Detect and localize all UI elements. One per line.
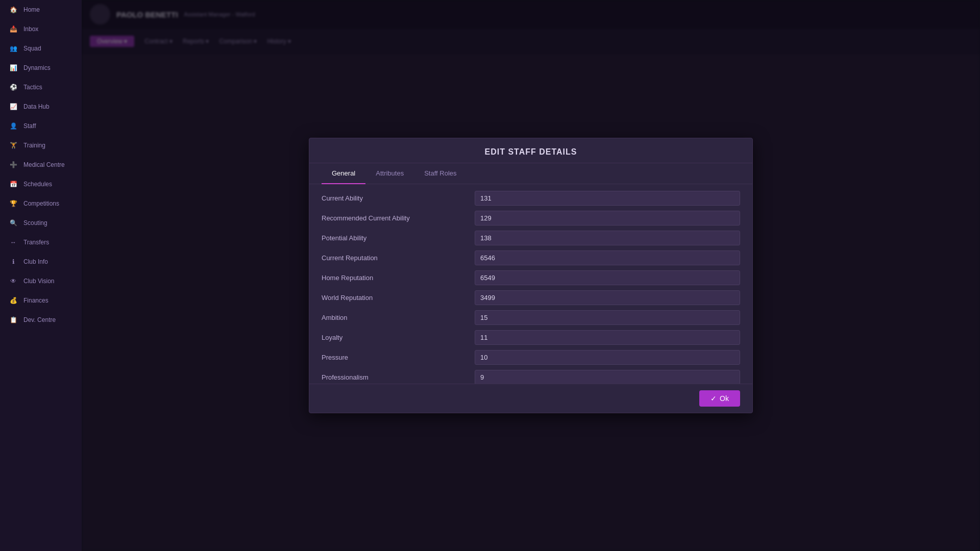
sidebar-item-clubinfo[interactable]: ℹ Club Info: [0, 252, 82, 271]
datahub-icon: 📈: [8, 102, 18, 112]
form-row-current-reputation: Current Reputation: [322, 248, 740, 268]
form-row-world-reputation: World Reputation: [322, 288, 740, 308]
label-home-reputation: Home Reputation: [322, 274, 475, 282]
sidebar-item-transfers[interactable]: ↔ Transfers: [0, 233, 82, 252]
sidebar-label-inbox: Inbox: [23, 26, 38, 33]
sidebar-label-scouting: Scouting: [23, 219, 47, 227]
sidebar-label-medical: Medical Centre: [23, 161, 65, 168]
competitions-icon: 🏆: [8, 198, 18, 209]
input-world-reputation[interactable]: [475, 290, 740, 305]
sidebar-label-devcentre: Dev. Centre: [23, 316, 56, 323]
sidebar-label-squad: Squad: [23, 45, 41, 52]
finances-icon: 💰: [8, 295, 18, 306]
clubvision-icon: 👁: [8, 276, 18, 286]
sidebar-label-datahub: Data Hub: [23, 103, 50, 110]
form-row-home-reputation: Home Reputation: [322, 268, 740, 288]
sidebar-item-scouting[interactable]: 🔍 Scouting: [0, 213, 82, 233]
modal-header: EDIT STAFF DETAILS: [309, 138, 752, 163]
sidebar-item-schedules[interactable]: 📅 Schedules: [0, 174, 82, 194]
sidebar: 🏠 Home 📥 Inbox 👥 Squad 📊 Dynamics ⚽ Tact…: [0, 0, 82, 551]
home-icon: 🏠: [8, 5, 18, 15]
input-recommended-ability[interactable]: [475, 211, 740, 226]
input-potential-ability[interactable]: [475, 231, 740, 245]
tab-staff-roles[interactable]: Staff Roles: [414, 163, 467, 184]
tactics-icon: ⚽: [8, 82, 18, 92]
form-row-pressure: Pressure: [322, 347, 740, 367]
form-row-current-ability: Current Ability: [322, 188, 740, 208]
form-row-potential-ability: Potential Ability: [322, 228, 740, 248]
sidebar-label-clubinfo: Club Info: [23, 258, 48, 265]
transfers-icon: ↔: [8, 237, 18, 247]
modal-tabs: General Attributes Staff Roles: [309, 163, 752, 184]
inbox-icon: 📥: [8, 24, 18, 34]
training-icon: 🏋: [8, 140, 18, 151]
sidebar-item-inbox[interactable]: 📥 Inbox: [0, 19, 82, 39]
devcentre-icon: 📋: [8, 315, 18, 325]
form-row-recommended-ability: Recommended Current Ability: [322, 208, 740, 228]
sidebar-label-schedules: Schedules: [23, 181, 52, 188]
input-loyalty[interactable]: [475, 330, 740, 345]
scouting-icon: 🔍: [8, 218, 18, 228]
ok-label: Ok: [720, 394, 729, 403]
sidebar-label-home: Home: [23, 6, 40, 13]
label-recommended-ability: Recommended Current Ability: [322, 214, 475, 222]
squad-icon: 👥: [8, 43, 18, 54]
medical-icon: ➕: [8, 160, 18, 170]
sidebar-item-home[interactable]: 🏠 Home: [0, 0, 82, 19]
label-pressure: Pressure: [322, 354, 475, 361]
sidebar-item-clubvision[interactable]: 👁 Club Vision: [0, 271, 82, 291]
sidebar-label-competitions: Competitions: [23, 200, 59, 207]
clubinfo-icon: ℹ: [8, 257, 18, 267]
tab-general[interactable]: General: [322, 163, 365, 184]
label-loyalty: Loyalty: [322, 334, 475, 341]
sidebar-label-tactics: Tactics: [23, 84, 42, 91]
sidebar-label-finances: Finances: [23, 297, 48, 304]
modal-title: EDIT STAFF DETAILS: [485, 147, 577, 156]
sidebar-item-training[interactable]: 🏋 Training: [0, 136, 82, 155]
form-row-loyalty: Loyalty: [322, 328, 740, 347]
sidebar-item-medical[interactable]: ➕ Medical Centre: [0, 155, 82, 174]
modal-overlay: EDIT STAFF DETAILS General Attributes St…: [82, 0, 980, 551]
input-ambition[interactable]: [475, 310, 740, 325]
form-row-professionalism: Professionalism: [322, 367, 740, 384]
tab-attributes[interactable]: Attributes: [365, 163, 414, 184]
ok-button[interactable]: ✓ Ok: [699, 390, 740, 407]
form-row-ambition: Ambition: [322, 308, 740, 328]
edit-staff-modal: EDIT STAFF DETAILS General Attributes St…: [309, 138, 753, 413]
sidebar-label-clubvision: Club Vision: [23, 278, 54, 285]
label-world-reputation: World Reputation: [322, 294, 475, 302]
sidebar-item-finances[interactable]: 💰 Finances: [0, 291, 82, 310]
input-current-reputation[interactable]: [475, 251, 740, 265]
input-current-ability[interactable]: [475, 191, 740, 206]
schedules-icon: 📅: [8, 179, 18, 189]
checkmark-icon: ✓: [710, 394, 717, 403]
label-potential-ability: Potential Ability: [322, 234, 475, 242]
input-pressure[interactable]: [475, 350, 740, 365]
sidebar-item-staff[interactable]: 👤 Staff: [0, 116, 82, 136]
staff-icon: 👤: [8, 121, 18, 131]
label-current-ability: Current Ability: [322, 194, 475, 202]
label-ambition: Ambition: [322, 314, 475, 321]
sidebar-item-dynamics[interactable]: 📊 Dynamics: [0, 58, 82, 78]
sidebar-item-devcentre[interactable]: 📋 Dev. Centre: [0, 310, 82, 330]
label-professionalism: Professionalism: [322, 373, 475, 381]
input-professionalism[interactable]: [475, 370, 740, 384]
input-home-reputation[interactable]: [475, 270, 740, 285]
sidebar-item-datahub[interactable]: 📈 Data Hub: [0, 97, 82, 116]
sidebar-item-tactics[interactable]: ⚽ Tactics: [0, 78, 82, 97]
sidebar-item-squad[interactable]: 👥 Squad: [0, 39, 82, 58]
label-current-reputation: Current Reputation: [322, 254, 475, 262]
modal-body: Current Ability Recommended Current Abil…: [309, 184, 752, 384]
sidebar-label-dynamics: Dynamics: [23, 64, 51, 71]
sidebar-label-training: Training: [23, 142, 45, 149]
sidebar-item-competitions[interactable]: 🏆 Competitions: [0, 194, 82, 213]
sidebar-label-staff: Staff: [23, 122, 36, 130]
modal-footer: ✓ Ok: [309, 384, 752, 413]
dynamics-icon: 📊: [8, 63, 18, 73]
sidebar-label-transfers: Transfers: [23, 239, 49, 246]
